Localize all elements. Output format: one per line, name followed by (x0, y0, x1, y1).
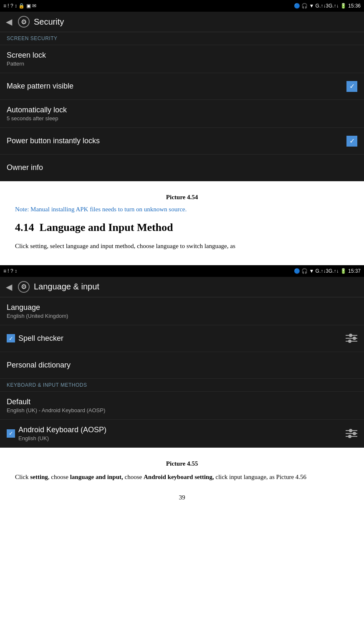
status-icons-left-1: ≡ ! ? ↕ 🔒 ▣ ✉ (3, 3, 36, 9)
gear-icon-1: ⚙ (18, 16, 30, 28)
setting-text-android-keyboard: ✓ Android Keyboard (AOSP) English (UK) (7, 426, 346, 441)
setting-text-spell-checker: ✓ Spell checker (7, 334, 346, 343)
setting-row-pattern-visible[interactable]: Make pattern visible ✓ (0, 73, 364, 100)
setting-row-power-lock[interactable]: Power button instantly locks ✓ (0, 128, 364, 155)
slider-dot-1 (349, 334, 352, 337)
android-keyboard-content: ✓ Android Keyboard (AOSP) English (UK) (7, 426, 346, 441)
setting-title-pattern-visible: Make pattern visible (7, 82, 346, 91)
status-icons-left-2: ≡ ! ? ↕ (3, 268, 17, 274)
checkmark-power-lock: ✓ (349, 137, 355, 145)
setting-row-android-keyboard[interactable]: ✓ Android Keyboard (AOSP) English (UK) (0, 420, 364, 448)
setting-row-personal-dict[interactable]: Personal dictionary (0, 352, 364, 379)
caption-2: Picture 4.55 (15, 460, 349, 467)
status-bar-left-2: ≡ ! ? ↕ (3, 268, 17, 274)
setting-title-owner-info: Owner info (7, 163, 357, 172)
para2-mid1: , choose (48, 474, 70, 480)
setting-title-power-lock: Power button instantly locks (7, 137, 346, 145)
setting-subtitle-screen-lock: Pattern (7, 61, 357, 67)
slider-dot-k3 (348, 435, 351, 438)
checkbox-power-lock[interactable]: ✓ (346, 136, 357, 147)
status-icons-right-1: 🔵 🎧 ▼ G.↑↓3G.↑↓ 🔋 (294, 3, 346, 9)
setting-row-language[interactable]: Language English (United Kingdom) (0, 297, 364, 325)
setting-text-owner-info: Owner info (7, 163, 357, 172)
title-bar-1: ◀ ⚙ Security (0, 12, 364, 32)
setting-text-screen-lock: Screen lock Pattern (7, 51, 357, 67)
slider-line-k2 (346, 433, 357, 434)
slider-line-2 (346, 338, 357, 339)
slider-dot-3 (348, 340, 351, 343)
spell-checker-content: ✓ Spell checker (7, 334, 346, 343)
para2-mid3: click input language, as Picture 4.56 (214, 474, 306, 480)
checkbox-spell-checker[interactable]: ✓ (7, 334, 15, 342)
status-bar-left-1: ≡ ! ? ↕ 🔒 ▣ ✉ (3, 3, 36, 9)
checkmark-pattern-visible: ✓ (349, 82, 355, 90)
setting-subtitle-android-keyboard: English (UK) (18, 435, 106, 441)
setting-title-screen-lock: Screen lock (7, 51, 357, 60)
para2-mid2: choose (123, 474, 144, 480)
setting-text-default: Default English (UK) - Android Keyboard … (7, 398, 357, 413)
status-icons-right-2: 🔵 🎧 ▼ G.↑↓3G.↑↓ 🔋 (294, 268, 346, 274)
para2-bold1: setting (30, 474, 48, 480)
doc-content-1: Picture 4.54 Note: Manual installing APK… (0, 181, 364, 265)
page-title-1: Security (34, 17, 64, 27)
note-label: Note: (15, 206, 29, 213)
setting-text-auto-lock: Automatically lock 5 seconds after sleep (7, 106, 357, 122)
back-arrow-2[interactable]: ◀ (6, 282, 12, 292)
checkbox-pattern-visible[interactable]: ✓ (346, 81, 357, 92)
slider-line-1 (346, 335, 357, 336)
status-bar-right-1: 🔵 🎧 ▼ G.↑↓3G.↑↓ 🔋 15:36 (294, 3, 361, 9)
section-header-keyboard: KEYBOARD & INPUT METHODS (0, 379, 364, 392)
setting-subtitle-auto-lock: 5 seconds after sleep (7, 115, 357, 122)
status-time-1: 15:36 (348, 3, 361, 9)
gear-icon-2: ⚙ (18, 281, 30, 293)
slider-dot-2 (353, 337, 356, 340)
security-screen: ≡ ! ? ↕ 🔒 ▣ ✉ 🔵 🎧 ▼ G.↑↓3G.↑↓ 🔋 15:36 ◀ … (0, 0, 364, 181)
setting-subtitle-default: English (UK) - Android Keyboard (AOSP) (7, 407, 357, 413)
note-line: Note: Manual installing APK files needs … (15, 206, 349, 213)
slider-line-3 (346, 341, 357, 342)
section-header-screen-security: SCREEN SECURITY (0, 32, 364, 45)
para2-bold3: Android keyboard setting, (144, 474, 214, 480)
setting-text-power-lock: Power button instantly locks (7, 137, 346, 145)
setting-row-screen-lock[interactable]: Screen lock Pattern (0, 45, 364, 73)
setting-title-android-keyboard: Android Keyboard (AOSP) (18, 426, 106, 434)
checkbox-android-keyboard[interactable]: ✓ (7, 429, 15, 438)
title-bar-2: ◀ ⚙ Language & input (0, 277, 364, 297)
checkmark-android-keyboard: ✓ (9, 430, 13, 436)
setting-row-auto-lock[interactable]: Automatically lock 5 seconds after sleep (0, 100, 364, 128)
setting-row-default[interactable]: Default English (UK) - Android Keyboard … (0, 392, 364, 420)
status-bar-1: ≡ ! ? ↕ 🔒 ▣ ✉ 🔵 🎧 ▼ G.↑↓3G.↑↓ 🔋 15:36 (0, 0, 364, 12)
checkmark-spell-checker: ✓ (9, 335, 13, 342)
caption-1: Picture 4.54 (15, 194, 349, 201)
setting-text-pattern-visible: Make pattern visible (7, 82, 346, 91)
language-input-screen: ≡ ! ? ↕ 🔵 🎧 ▼ G.↑↓3G.↑↓ 🔋 15:37 ◀ ⚙ Lang… (0, 265, 364, 448)
setting-subtitle-language: English (United Kingdom) (7, 313, 357, 319)
doc-content-2: Picture 4.55 Click setting, choose langu… (0, 448, 364, 510)
para2-bold2: language and input, (70, 474, 123, 480)
setting-title-language: Language (7, 303, 357, 312)
sliders-icon-keyboard[interactable] (346, 428, 357, 439)
setting-row-owner-info[interactable]: Owner info (0, 155, 364, 181)
setting-title-default: Default (7, 398, 357, 406)
setting-text-personal-dict: Personal dictionary (7, 361, 357, 370)
status-time-2: 15:37 (348, 268, 361, 274)
note-text: Manual installing APK files needs to tur… (30, 206, 187, 213)
status-bar-2: ≡ ! ? ↕ 🔵 🎧 ▼ G.↑↓3G.↑↓ 🔋 15:37 (0, 265, 364, 277)
paragraph-2: Click setting, choose language and input… (15, 472, 349, 482)
slider-line-k3 (346, 436, 357, 437)
section-title: 4.14 Language and Input Method (15, 221, 349, 234)
slider-dot-k1 (349, 429, 352, 432)
slider-line-k1 (346, 430, 357, 431)
setting-title-personal-dict: Personal dictionary (7, 361, 357, 370)
status-bar-right-2: 🔵 🎧 ▼ G.↑↓3G.↑↓ 🔋 15:37 (294, 268, 361, 274)
page-number: 39 (15, 494, 349, 501)
setting-text-language: Language English (United Kingdom) (7, 303, 357, 319)
setting-row-spell-checker[interactable]: ✓ Spell checker (0, 325, 364, 352)
setting-title-spell-checker: Spell checker (18, 334, 63, 343)
page-title-2: Language & input (34, 282, 99, 291)
slider-dot-k2 (353, 432, 356, 435)
sliders-icon-spell-checker[interactable] (346, 332, 357, 344)
paragraph-1: Click setting, select language and input… (15, 241, 349, 251)
setting-title-auto-lock: Automatically lock (7, 106, 357, 114)
back-arrow-1[interactable]: ◀ (6, 17, 12, 27)
